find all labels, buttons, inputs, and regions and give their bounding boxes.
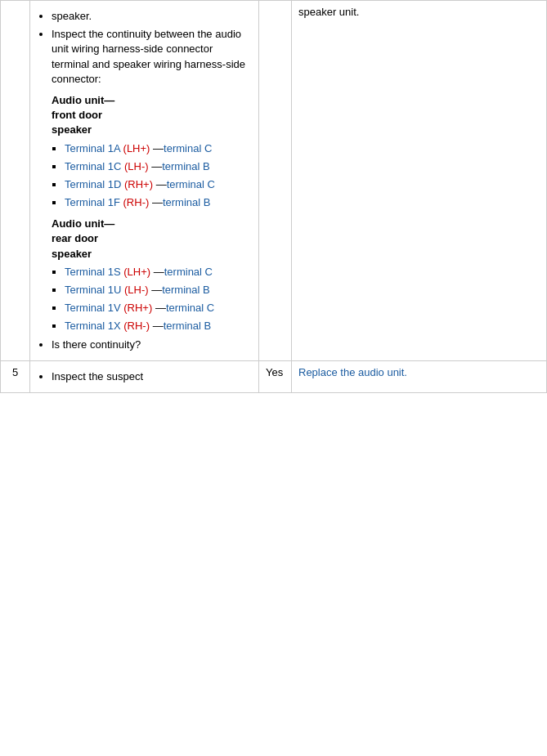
list-item-inspect-continuity: Inspect the continuity between the audio… xyxy=(52,27,252,333)
terminal-1d-c-link[interactable]: terminal C xyxy=(167,178,215,190)
terminal-1x: Terminal 1X (RH-) —terminal B xyxy=(65,319,252,333)
terminal-1f: Terminal 1F (RH-) —terminal B xyxy=(65,195,252,210)
terminals-front-list: Terminal 1A (LH+) —terminal C Terminal 1… xyxy=(52,141,252,211)
inspect-suspect-text: Inspect the suspect xyxy=(52,370,143,382)
action-cell-main: speaker. Inspect the continuity between … xyxy=(30,1,259,361)
terminals-rear-list: Terminal 1S (LH+) —terminal C Terminal 1… xyxy=(52,265,252,334)
page-wrapper: speaker. Inspect the continuity between … xyxy=(0,0,547,393)
terminal-1s-suffix: —terminal C xyxy=(154,266,213,278)
main-table: speaker. Inspect the continuity between … xyxy=(0,0,547,393)
terminal-1s-link[interactable]: Terminal 1S (LH+) xyxy=(65,266,150,278)
terminal-1x-suffix: —terminal B xyxy=(153,320,212,332)
terminal-1u-suffix: —terminal B xyxy=(151,284,210,296)
list-item-continuity-question: Is there continuity? xyxy=(52,338,252,352)
terminal-1c-suffix: —terminal B xyxy=(151,160,210,172)
list-item-inspect-suspect: Inspect the suspect xyxy=(52,369,252,384)
terminal-1d-link[interactable]: Terminal 1D (RH+) xyxy=(65,178,153,190)
step-cell-empty xyxy=(1,1,30,361)
terminal-1s-c-link[interactable]: terminal C xyxy=(164,266,213,278)
terminal-1a-color: (LH+) xyxy=(123,142,150,154)
terminal-1v-color: (RH+) xyxy=(123,302,152,314)
terminal-1c-b-link[interactable]: terminal B xyxy=(162,160,210,172)
result-cell-empty xyxy=(259,1,292,361)
audio-front-label: Audio unit—front doorspeaker xyxy=(52,93,252,138)
terminal-1c-link[interactable]: Terminal 1C (LH-) xyxy=(65,160,149,172)
action-cell-5: Inspect the suspect xyxy=(30,360,259,392)
terminal-1v: Terminal 1V (RH+) —terminal C xyxy=(65,301,252,315)
audio-rear-label: Audio unit—rear doorspeaker xyxy=(52,217,252,262)
terminal-1f-link[interactable]: Terminal 1F (RH-) xyxy=(65,196,149,208)
terminal-1f-b-link[interactable]: terminal B xyxy=(163,196,211,208)
terminal-1v-link[interactable]: Terminal 1V (RH+) xyxy=(65,302,152,314)
continuity-question: Is there continuity? xyxy=(52,338,141,351)
terminal-1d: Terminal 1D (RH+) —terminal C xyxy=(65,177,252,192)
terminal-1v-suffix: —terminal C xyxy=(155,302,214,314)
terminal-1a-link[interactable]: Terminal 1A (LH+) xyxy=(65,142,150,154)
terminal-1f-color: (RH-) xyxy=(123,196,150,208)
terminal-1d-color: (RH+) xyxy=(124,178,153,190)
terminal-1a: Terminal 1A (LH+) —terminal C xyxy=(65,141,252,156)
terminal-1x-color: (RH-) xyxy=(123,320,150,332)
terminal-1a-c-link[interactable]: terminal C xyxy=(164,142,212,154)
terminal-1u-b-link[interactable]: terminal B xyxy=(162,284,210,296)
terminal-1u: Terminal 1U (LH-) —terminal B xyxy=(65,283,252,297)
terminal-1f-suffix: —terminal B xyxy=(152,196,211,208)
terminal-1s-color: (LH+) xyxy=(123,266,150,278)
terminal-1c-color: (LH-) xyxy=(124,160,149,172)
terminal-1x-link[interactable]: Terminal 1X (RH-) xyxy=(65,320,150,332)
terminal-1v-c-link[interactable]: terminal C xyxy=(166,302,214,314)
inspect-continuity-text: Inspect the continuity xyxy=(52,28,151,40)
terminal-1u-link[interactable]: Terminal 1U (LH-) xyxy=(65,284,149,296)
result-cell-5: Yes xyxy=(259,360,292,392)
table-row-continuation: speaker. Inspect the continuity between … xyxy=(1,1,547,361)
terminal-1d-suffix: —terminal C xyxy=(156,178,215,190)
list-item-speaker-text: speaker. xyxy=(52,9,252,24)
repair-cell-5: Replace the audio unit. xyxy=(292,360,547,392)
main-action-list: speaker. Inspect the continuity between … xyxy=(37,9,252,352)
table-row-5: 5 Inspect the suspect Yes Replace the au… xyxy=(1,360,547,392)
repair-speaker-unit: speaker unit. xyxy=(298,6,359,18)
terminal-1s: Terminal 1S (LH+) —terminal C xyxy=(65,265,252,280)
step-cell-5: 5 xyxy=(1,360,30,392)
terminal-1a-suffix: —terminal C xyxy=(153,142,212,154)
replace-audio-link[interactable]: Replace the audio unit. xyxy=(298,366,407,378)
repair-cell-speaker-unit: speaker unit. xyxy=(292,1,547,361)
yes-label: Yes xyxy=(266,366,283,378)
terminal-1x-b-link[interactable]: terminal B xyxy=(164,320,212,332)
terminal-1u-color: (LH-) xyxy=(124,284,149,296)
action-list-5: Inspect the suspect xyxy=(37,369,252,384)
step-number-5: 5 xyxy=(12,366,18,378)
speaker-text: speaker. xyxy=(52,10,92,22)
terminal-1c: Terminal 1C (LH-) —terminal B xyxy=(65,159,252,174)
